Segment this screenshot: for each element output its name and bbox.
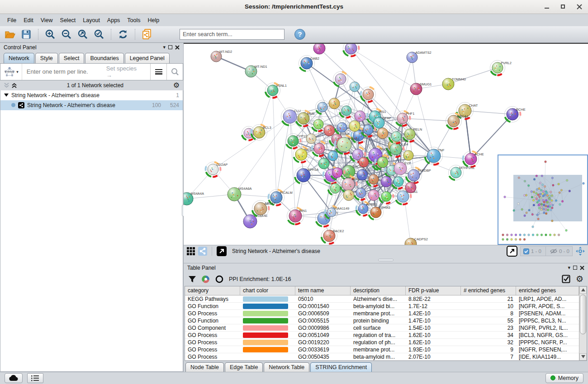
network-node[interactable] — [361, 87, 376, 102]
collapse-triangle-icon[interactable] — [4, 94, 9, 97]
network-node-tomm40[interactable]: TOMM40 — [442, 77, 466, 89]
string-search-button[interactable] — [166, 64, 183, 80]
network-node-adamts2[interactable]: ADAMTS2 — [407, 51, 432, 63]
network-tree-row[interactable]: String Network - Alzheimer's disease1 — [0, 90, 183, 100]
zoom-selected-button[interactable] — [92, 28, 106, 41]
help-button[interactable]: ? — [294, 29, 305, 40]
string-protein-query-dropdown[interactable]: STRING ▾ — [0, 64, 22, 80]
chart-donut-icon[interactable] — [202, 275, 210, 283]
network-node[interactable] — [340, 103, 354, 117]
network-node[interactable] — [381, 176, 392, 187]
network-node[interactable] — [343, 190, 354, 201]
scrollbar-thumb[interactable] — [580, 295, 586, 334]
network-node-tnf[interactable]: TNF — [425, 147, 445, 164]
network-node[interactable] — [375, 155, 390, 169]
network-node[interactable] — [333, 71, 348, 86]
column-header-term-name[interactable]: term name — [295, 286, 351, 295]
network-node-smug1[interactable]: SMUG1 — [410, 82, 432, 94]
network-node[interactable] — [392, 174, 406, 188]
tab-boundaries[interactable]: Boundaries — [85, 53, 123, 63]
network-node[interactable] — [405, 182, 416, 193]
undock-panel-icon[interactable] — [168, 45, 172, 49]
menu-tools[interactable]: Tools — [123, 15, 144, 25]
import-network-button[interactable] — [140, 28, 154, 41]
network-node[interactable] — [359, 157, 369, 167]
network-node[interactable] — [329, 98, 340, 109]
tab-style[interactable]: Style — [35, 53, 58, 63]
network-node-cadps2[interactable]: CADPS2 — [405, 237, 428, 244]
network-node-epha5[interactable]: EPHA5 — [369, 205, 390, 220]
network-node[interactable] — [306, 134, 316, 144]
network-node[interactable] — [357, 169, 368, 180]
network-node-ms4a6a[interactable]: MS4A6A — [228, 187, 252, 201]
ring-chart-icon[interactable] — [215, 275, 223, 283]
menu-select[interactable]: Select — [57, 15, 80, 25]
network-canvas[interactable]: MT-ND2MT-ND1VSNL1GAB2ADAMTS2PVRL2TOMM40S… — [184, 43, 588, 245]
search-input[interactable] — [180, 29, 285, 40]
column-header-chart-color[interactable]: chart color — [240, 286, 295, 295]
string-term-input[interactable] — [22, 68, 106, 75]
network-node[interactable] — [316, 100, 330, 114]
table-scrollbar[interactable] — [579, 286, 587, 361]
network-node-mt-nd2[interactable]: MT-ND2 — [211, 50, 232, 62]
network-share-icon[interactable] — [198, 247, 207, 256]
menu-file[interactable]: File — [4, 15, 20, 25]
column-header-category[interactable]: category — [185, 286, 240, 295]
tab-legend-panel[interactable]: Legend Panel — [125, 53, 170, 63]
task-list-button[interactable] — [27, 373, 43, 383]
save-session-button[interactable] — [19, 28, 33, 41]
network-options-gear-icon[interactable]: ⚙ — [173, 82, 180, 89]
refresh-button[interactable] — [116, 28, 130, 41]
float-table-panel-icon[interactable]: ▾ — [568, 265, 570, 270]
tab-network[interactable]: Network — [4, 53, 34, 63]
network-node[interactable] — [361, 122, 375, 136]
enrichment-row[interactable]: KEGG Pathways05010Alzheimer's dise...8.8… — [185, 295, 579, 303]
network-node-abca1[interactable]: ABCA1 — [446, 113, 469, 129]
horizontal-divider[interactable] — [184, 258, 588, 263]
enrichment-row[interactable]: GO ComponentGO:0009986cell surface1.54E-… — [185, 324, 579, 332]
network-node[interactable] — [368, 190, 379, 201]
enrichment-row[interactable]: GO ProcessGO:0033619membrane prot...1.93… — [185, 346, 579, 353]
network-node[interactable] — [331, 165, 345, 179]
network-node[interactable] — [328, 181, 342, 195]
close-table-panel-icon[interactable] — [580, 266, 584, 270]
network-node[interactable] — [343, 44, 359, 56]
network-node-bin1[interactable]: BIN1 — [287, 207, 307, 224]
collapse-all-icon[interactable] — [4, 83, 9, 88]
tab-network-table[interactable]: Network Table — [264, 362, 309, 372]
network-node[interactable] — [389, 129, 403, 143]
menu-edit[interactable]: Edit — [20, 15, 37, 25]
network-node-mt-nd1[interactable]: MT-ND1 — [245, 64, 267, 77]
column-header-FDR-p-value[interactable]: FDR p-value — [406, 286, 461, 295]
pan-compass-icon[interactable] — [575, 246, 585, 256]
network-node[interactable] — [313, 44, 325, 54]
network-node[interactable] — [312, 141, 327, 156]
network-node[interactable] — [354, 186, 368, 200]
network-node[interactable] — [312, 117, 326, 131]
network-node[interactable] — [377, 128, 388, 139]
menu-apps[interactable]: Apps — [104, 15, 124, 25]
tab-string-enrichment[interactable]: STRING Enrichment — [310, 362, 372, 372]
network-node[interactable] — [328, 151, 338, 161]
cloud-button[interactable] — [5, 373, 23, 383]
network-node-bche[interactable]: BCHE — [505, 106, 526, 122]
menu-help[interactable]: Help — [144, 15, 163, 25]
tab-select[interactable]: Select — [59, 53, 85, 63]
close-panel-icon[interactable] — [175, 45, 180, 50]
network-node[interactable] — [403, 150, 413, 160]
close-icon[interactable] — [576, 4, 583, 10]
enrichment-settings-gear-icon[interactable]: ⚙ — [576, 275, 583, 283]
network-node-bace2[interactable]: BACE2 — [322, 228, 344, 244]
enrichment-row[interactable]: GO ProcessGO:0050435beta-amyloid m...2.0… — [185, 353, 579, 361]
undock-table-panel-icon[interactable] — [573, 266, 577, 270]
selected-checkbox-icon[interactable] — [523, 248, 529, 254]
enrichment-row[interactable]: GO FunctionGO:0001540beta-amyloid bi...1… — [185, 303, 579, 310]
export-network-button[interactable] — [507, 246, 517, 257]
network-node[interactable] — [335, 120, 349, 134]
maximize-icon[interactable] — [560, 4, 566, 10]
scroll-down-icon[interactable] — [579, 353, 587, 361]
network-node-mthfd1l[interactable]: MTHFD1L — [449, 165, 475, 180]
network-node-tardbp[interactable]: TARDBP — [406, 167, 431, 183]
menu-layout[interactable]: Layout — [79, 15, 104, 25]
memory-button[interactable]: Memory — [545, 373, 583, 383]
